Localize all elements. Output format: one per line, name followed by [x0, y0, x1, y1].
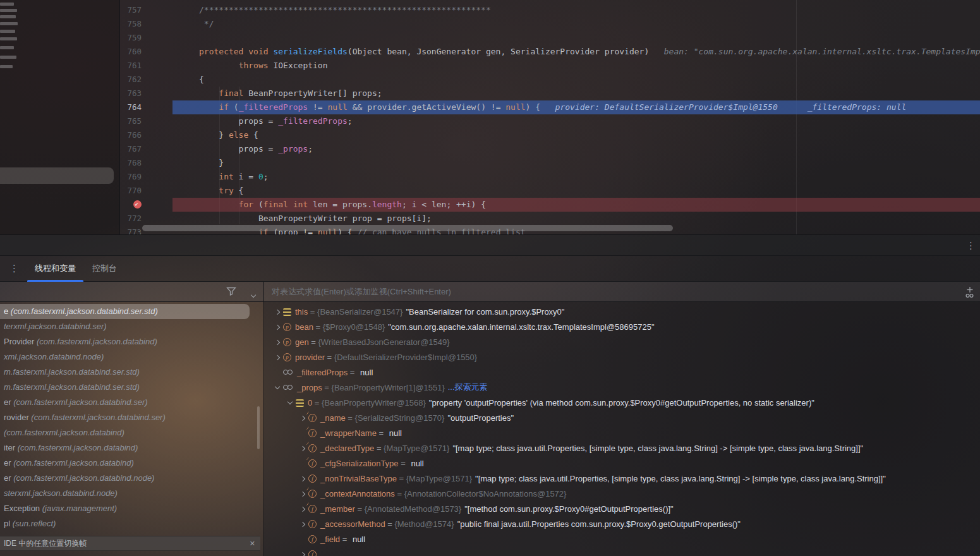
variable-row[interactable]: _field = null: [264, 531, 980, 547]
code-segment: [199, 172, 219, 181]
variable-reference: {AnnotatedMethod@1573}: [365, 504, 461, 514]
explore-elements-link[interactable]: ...探索元素: [448, 382, 488, 393]
line-number[interactable]: 772: [120, 212, 145, 226]
line-number[interactable]: 758: [120, 17, 145, 31]
variable-row[interactable]: [264, 547, 980, 556]
gutter-icon-strip: [145, 142, 172, 156]
frame-row[interactable]: Provider (com.fasterxml.jackson.databind…: [0, 334, 263, 349]
watch-expression-input[interactable]: [272, 282, 941, 301]
frame-row[interactable]: sterxml.jackson.databind.node): [0, 486, 263, 501]
variable-row[interactable]: this = {BeanSerializer@1547}"BeanSeriali…: [264, 304, 980, 319]
code-editor[interactable]: 757/************************************…: [120, 0, 980, 234]
line-number[interactable]: 759: [120, 31, 145, 45]
add-watch-icon[interactable]: [964, 285, 976, 301]
variable-row[interactable]: _name = {SerializedString@1570}"outputPr…: [264, 410, 980, 425]
chevron-right-icon[interactable]: [298, 519, 308, 529]
variable-row[interactable]: _cfgSerializationType = null: [264, 456, 980, 471]
filter-icon[interactable]: [226, 287, 236, 299]
code-line[interactable]: 758 */: [120, 17, 980, 31]
code-segment: BeanPropertyWriter prop = props[i];: [199, 214, 432, 223]
line-number[interactable]: 764: [120, 100, 145, 114]
frame-row[interactable]: m.fasterxml.jackson.databind.ser.std): [0, 365, 263, 380]
code-line[interactable]: 763 final BeanPropertyWriter[] props;: [120, 87, 980, 100]
code-line[interactable]: 760protected void serializeFields(Object…: [120, 45, 980, 59]
line-number[interactable]: 768: [120, 156, 145, 170]
line-number[interactable]: 773: [120, 226, 145, 234]
tab-console[interactable]: 控制台: [92, 256, 117, 282]
more-options-icon[interactable]: ⋮: [966, 241, 976, 250]
code-line[interactable]: 767 props = _props;: [120, 142, 980, 156]
frame-row[interactable]: m.fasterxml.jackson.databind.ser.std): [0, 380, 263, 395]
horizontal-scrollbar[interactable]: [142, 225, 673, 231]
chevron-down-icon[interactable]: [286, 398, 296, 408]
code-line[interactable]: 770 try {: [120, 184, 980, 198]
parameter-icon: [283, 353, 291, 361]
variable-row[interactable]: _contextAnnotations = {AnnotationCollect…: [264, 486, 980, 501]
line-number[interactable]: 766: [120, 128, 145, 142]
code-line[interactable]: 768 }: [120, 156, 980, 170]
frame-row[interactable]: iter (com.fasterxml.jackson.databind): [0, 440, 263, 456]
chevron-right-icon[interactable]: [273, 307, 283, 317]
frame-row[interactable]: xml.jackson.databind.node): [0, 349, 263, 365]
variable-row[interactable]: _nonTrivialBaseType = {MapType@1571}"[ma…: [264, 471, 980, 486]
chevron-right-icon[interactable]: [273, 322, 283, 332]
code-line[interactable]: 766 } else {: [120, 128, 980, 142]
line-number[interactable]: 763: [120, 87, 145, 100]
debug-toolbar: ⋮: [0, 234, 980, 256]
frame-row[interactable]: (com.fasterxml.jackson.databind): [0, 425, 263, 440]
code-segment: /***************************************…: [199, 5, 491, 15]
variable-row[interactable]: gen = {WriterBasedJsonGenerator@1549}: [264, 334, 980, 349]
frame-row[interactable]: er (com.fasterxml.jackson.databind): [0, 456, 263, 471]
variable-name: _cfgSerializationType: [320, 459, 399, 468]
line-number[interactable]: 765: [120, 114, 145, 128]
code-line[interactable]: 764 if (_filteredProps != null && provid…: [120, 100, 980, 114]
variable-row[interactable]: provider = {DefaultSerializerProvider$Im…: [264, 349, 980, 365]
close-icon[interactable]: ✕: [250, 540, 255, 548]
background-artifact: [0, 46, 14, 49]
line-number[interactable]: 760: [120, 45, 145, 59]
code-line[interactable]: 757/************************************…: [120, 3, 980, 17]
chevron-down-icon[interactable]: [273, 383, 283, 392]
variable-row[interactable]: _filteredProps = null: [264, 365, 980, 380]
variable-row[interactable]: bean = {$Proxy0@1548}"com.sun.org.apache…: [264, 319, 980, 334]
more-options-icon[interactable]: ⋮: [9, 263, 19, 273]
variable-row[interactable]: 0 = {BeanPropertyWriter@1568}"property '…: [264, 395, 980, 410]
chevron-right-icon[interactable]: [273, 337, 283, 347]
frame-row[interactable]: e (com.fasterxml.jackson.databind.ser.st…: [0, 304, 250, 319]
code-line[interactable]: 759: [120, 31, 980, 45]
line-number[interactable]: 770: [120, 184, 145, 198]
code-segment: props =: [199, 144, 278, 154]
variable-row[interactable]: _props = {BeanPropertyWriter[1]@1551}...…: [264, 380, 980, 395]
tab-threads-variables[interactable]: 线程和变量: [35, 256, 76, 282]
equals-sign: =: [312, 398, 322, 408]
line-number[interactable]: 757: [120, 3, 145, 17]
line-number[interactable]: 761: [120, 59, 145, 73]
code-line[interactable]: 762{: [120, 73, 980, 87]
variable-row[interactable]: _declaredType = {MapType@1571}"[map type…: [264, 440, 980, 456]
variable-row[interactable]: _member = {AnnotatedMethod@1573}"[method…: [264, 501, 980, 516]
frame-row[interactable]: er (com.fasterxml.jackson.databind.ser): [0, 395, 263, 410]
variable-row[interactable]: _wrapperName = null: [264, 425, 980, 440]
code-line[interactable]: 772 BeanPropertyWriter prop = props[i];: [120, 212, 980, 226]
line-number[interactable]: 769: [120, 170, 145, 184]
breakpoint-icon[interactable]: [133, 200, 142, 208]
frame-row[interactable]: terxml.jackson.databind.ser): [0, 319, 263, 334]
chevron-right-icon[interactable]: [273, 353, 283, 362]
chevron-right-icon[interactable]: [298, 550, 308, 556]
frame-package: terxml.jackson.databind.ser): [4, 322, 107, 331]
code-line[interactable]: 761 throws IOException: [120, 59, 980, 73]
breakpoint-gutter[interactable]: [120, 198, 145, 212]
code-line[interactable]: 769 int i = 0;: [120, 170, 980, 184]
code-line[interactable]: for (final int len = props.length; i < l…: [120, 198, 980, 212]
frame-row[interactable]: rovider (com.fasterxml.jackson.databind.…: [0, 410, 263, 425]
variable-row[interactable]: _accessorMethod = {Method@1574}"public f…: [264, 516, 980, 531]
frame-row[interactable]: Exception (javax.management): [0, 501, 263, 516]
chevron-down-icon[interactable]: [249, 290, 259, 301]
frames-scrollbar[interactable]: [257, 406, 260, 449]
chevron-right-icon[interactable]: [298, 474, 308, 483]
frame-row[interactable]: pl (sun.reflect): [0, 516, 263, 531]
code-line[interactable]: 765 props = _filteredProps;: [120, 114, 980, 128]
frame-row[interactable]: er (com.fasterxml.jackson.databind.node): [0, 471, 263, 486]
line-number[interactable]: 762: [120, 73, 145, 87]
line-number[interactable]: 767: [120, 142, 145, 156]
